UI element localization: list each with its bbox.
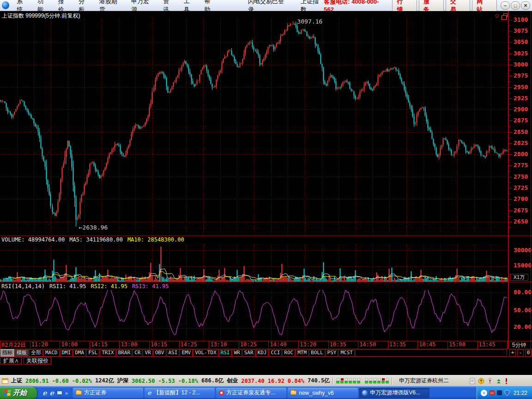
time-label: 11:20 bbox=[30, 341, 60, 349]
taskbar-button-label: 【新提醒】12 - 2... bbox=[154, 389, 200, 397]
taskbar-button-label: 申万宏源增强版V6... bbox=[370, 389, 420, 397]
antenna-icon[interactable] bbox=[487, 378, 493, 384]
time-label: 14:15 bbox=[90, 341, 120, 349]
index-change: 16.92 bbox=[268, 378, 284, 384]
report-icon[interactable] bbox=[469, 378, 476, 384]
volume-chart[interactable] bbox=[0, 244, 508, 282]
price-annotation: ←2638.96 bbox=[79, 224, 108, 231]
price-annotation: 3097.16 bbox=[297, 18, 323, 25]
price-tick-label: 2925 bbox=[514, 95, 528, 102]
rsi2-value: RSI2: 41.95 bbox=[91, 283, 127, 290]
indicator-tab-RSI[interactable]: RSI bbox=[219, 349, 232, 357]
restore-panes-icon[interactable] bbox=[503, 13, 508, 17]
coin-icon[interactable] bbox=[478, 378, 484, 384]
ie-icon[interactable] bbox=[50, 389, 54, 397]
indicator-tab-CR[interactable]: CR bbox=[133, 349, 142, 357]
shield-icon[interactable] bbox=[504, 390, 510, 396]
taskbar-button[interactable]: 【新提醒】12 - 2... bbox=[145, 388, 215, 398]
indicator-tab-MCST[interactable]: MCST bbox=[339, 349, 355, 357]
price-tick-label: 2850 bbox=[514, 128, 528, 135]
indicator-tab-SAR[interactable]: SAR bbox=[242, 349, 255, 357]
indicator-tab-MACD[interactable]: MACD bbox=[43, 349, 60, 357]
rsi1-value: RSI1: 41.95 bbox=[49, 283, 86, 290]
signal-group bbox=[365, 378, 389, 383]
price-tick-label: 3000 bbox=[514, 61, 528, 68]
price-tick-minor bbox=[509, 93, 511, 93]
index-amount: 1242亿 bbox=[95, 377, 114, 385]
indicator-tab-BOLL[interactable]: BOLL bbox=[309, 349, 325, 357]
indicator-tab-PSY[interactable]: PSY bbox=[326, 349, 339, 357]
right-frame bbox=[531, 11, 531, 349]
indicator-tab-TRIX[interactable]: TRIX bbox=[100, 349, 116, 357]
indicator-tab-MTM[interactable]: MTM bbox=[296, 349, 308, 357]
price-tick bbox=[509, 199, 512, 200]
taskbar-button[interactable]: 方正证券泉友通专... bbox=[216, 388, 286, 398]
indicator-tab-OBV[interactable]: OBV bbox=[153, 349, 166, 357]
taskbar-button-label: 方正证券泉友通专... bbox=[226, 389, 275, 397]
taskbar-button[interactable]: 方正证券 bbox=[73, 388, 143, 398]
indicator-tab-BRAR[interactable]: BRAR bbox=[116, 349, 133, 357]
indicator-tab-CCI[interactable]: CCI bbox=[269, 349, 282, 357]
index-change: -5.53 bbox=[158, 378, 175, 384]
extension-item[interactable]: 扩展∧ bbox=[0, 357, 22, 364]
ie-icon[interactable] bbox=[42, 389, 47, 397]
row-divider bbox=[0, 357, 532, 357]
page-tab-模板[interactable]: 模板 bbox=[15, 349, 29, 357]
indicator-tab-ROC[interactable]: ROC bbox=[282, 349, 295, 357]
zoom-button-+[interactable]: + bbox=[509, 349, 516, 357]
close-button[interactable] bbox=[521, 1, 530, 10]
price-tick-minor bbox=[509, 205, 511, 205]
indicator-tab-全部[interactable]: 全部 bbox=[29, 349, 43, 357]
rsi-chart[interactable] bbox=[0, 290, 508, 340]
indicator-tab-WR[interactable]: WR bbox=[232, 349, 242, 357]
alert-icon[interactable] bbox=[504, 378, 508, 384]
uparrows-icon[interactable] bbox=[496, 378, 502, 384]
taskbar-button[interactable]: new_swhy_v6 bbox=[288, 388, 358, 398]
price-tick-minor bbox=[509, 160, 511, 160]
price-tick bbox=[509, 222, 512, 222]
restore-window-icon[interactable] bbox=[2, 378, 8, 384]
index-name: 创业 bbox=[227, 377, 238, 385]
index-percent: 0.84% bbox=[288, 378, 304, 384]
show-desktop-icon[interactable] bbox=[57, 391, 62, 395]
indicator-tab-VOL-TDX[interactable]: VOL-TDX bbox=[193, 349, 218, 357]
screen: 系统功能报价分析港股期货申万宏源资讯工具帮助 闪电交易已登录 上证指数 客服电话… bbox=[0, 0, 532, 399]
divider bbox=[332, 377, 333, 385]
period-label[interactable]: 5分钟 bbox=[507, 341, 531, 349]
indicator-tab-DMI[interactable]: DMI bbox=[60, 349, 73, 357]
price-tick-minor bbox=[509, 182, 511, 183]
indicator-tab-FSL[interactable]: FSL bbox=[86, 349, 99, 357]
candlestick-chart[interactable] bbox=[0, 18, 508, 236]
app-logo-icon bbox=[2, 1, 9, 9]
price-tick bbox=[509, 98, 512, 99]
indicator-tab-EMV[interactable]: EMV bbox=[180, 349, 193, 357]
zoom-button-0[interactable]: 0 bbox=[525, 349, 532, 357]
tray-app-icon[interactable] bbox=[490, 390, 495, 395]
tray-app-icon[interactable] bbox=[497, 390, 502, 395]
index-value: 2806.91 bbox=[25, 378, 49, 384]
status-icons bbox=[469, 378, 508, 384]
price-tick-minor bbox=[509, 138, 511, 138]
indicator-tab-DMA[interactable]: DMA bbox=[73, 349, 86, 357]
taskbar-button[interactable]: 申万宏源增强版V6... bbox=[359, 388, 429, 398]
price-tick bbox=[509, 177, 512, 177]
indicator-tab-ASI[interactable]: ASI bbox=[167, 349, 180, 357]
time-label: 14:40 bbox=[268, 341, 298, 349]
taskbar-button-label: 方正证券 bbox=[84, 389, 106, 397]
taskbar-button-label: new_swhy_v6 bbox=[299, 390, 333, 396]
indicator-tab-KDJ[interactable]: KDJ bbox=[256, 349, 269, 357]
extension-item[interactable]: 关联报价 bbox=[24, 357, 51, 364]
restore-button[interactable] bbox=[511, 1, 520, 10]
volume-ma5: MA5: 34119680.00 bbox=[69, 236, 123, 243]
folder-icon bbox=[290, 391, 296, 395]
chevron-overflow-icon[interactable]: » bbox=[65, 390, 68, 396]
zoom-button--[interactable]: - bbox=[517, 349, 524, 357]
divider bbox=[392, 377, 393, 385]
indicator-tab-VR[interactable]: VR bbox=[143, 349, 152, 357]
tray-collapse-icon[interactable]: ‹ bbox=[481, 390, 487, 396]
price-tick bbox=[509, 132, 512, 133]
page-tab-指标[interactable]: 指标 bbox=[0, 349, 14, 357]
indicator-tab-bar: 指标模板全部MACDDMIDMAFSLTRIXBRARCRVROBVASIEMV… bbox=[0, 349, 532, 357]
start-button[interactable]: 开始 bbox=[0, 387, 37, 399]
minimize-button[interactable] bbox=[501, 1, 510, 10]
